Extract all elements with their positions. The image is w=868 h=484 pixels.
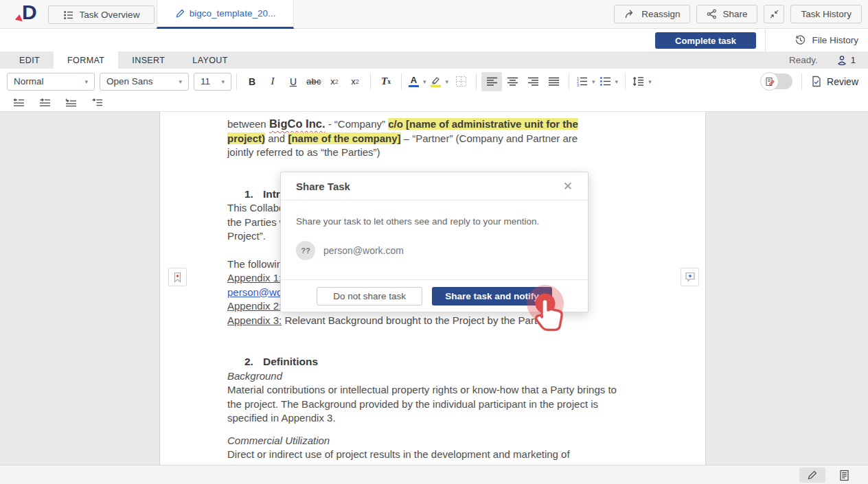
- bullet-list-button[interactable]: ▾: [597, 72, 621, 91]
- align-justify-button[interactable]: [543, 72, 564, 91]
- recipient-email: person@work.com: [323, 245, 404, 256]
- chevron-down-icon: ▾: [446, 78, 449, 85]
- text-line: specified in Appendix 3.: [227, 411, 639, 426]
- avatar: ??: [296, 241, 315, 260]
- align-justify-icon: [548, 77, 560, 87]
- text-run: - “Company”: [325, 118, 388, 130]
- align-right-button[interactable]: [523, 72, 543, 91]
- highlight-color-button[interactable]: ▾: [429, 72, 451, 91]
- share-network-icon: [707, 9, 717, 19]
- modal-footer: Do not share task Share task and notify: [281, 279, 588, 312]
- modal-message: Share your task to let others see and re…: [296, 216, 573, 227]
- task-history-label: Task History: [801, 9, 852, 19]
- font-color-button[interactable]: A ▾: [407, 72, 429, 91]
- company-name: BigCo Inc.: [269, 117, 326, 130]
- strikethrough-glyph: abc: [306, 77, 321, 87]
- document-tab[interactable]: bigco_template_20...: [157, 0, 294, 29]
- menu-format[interactable]: FORMAT: [54, 51, 118, 69]
- subscript-button[interactable]: x2: [345, 72, 365, 91]
- share-task-modal: Share Task ✕ Share your task to let othe…: [280, 172, 589, 312]
- menu-layout[interactable]: LAYOUT: [179, 51, 242, 69]
- review-button[interactable]: Review: [811, 76, 858, 87]
- file-history-button[interactable]: File History: [795, 32, 858, 49]
- toolbar-divider: [476, 73, 477, 90]
- align-center-icon: [507, 77, 518, 87]
- line-spacing-icon: [632, 76, 644, 87]
- bookmark-plus-icon: [172, 272, 183, 283]
- appendix-3-link: Appendix 3:: [227, 314, 282, 326]
- brand-logo[interactable]: D: [15, 3, 43, 25]
- top-tab-bar: D Task Overview bigco_template_20... Rea…: [0, 0, 868, 29]
- paragraph-style-value: Normal: [14, 76, 44, 87]
- text-run: – “Partner” (Company and Partner are: [401, 132, 578, 144]
- highlighted-placeholder: [name of the company]: [288, 132, 400, 144]
- underline-glyph: U: [290, 76, 297, 87]
- active-users[interactable]: 1: [836, 55, 856, 65]
- hanging-indent-icon: [65, 98, 77, 107]
- active-users-count: 1: [851, 55, 856, 65]
- font-size-select[interactable]: 11▾: [194, 73, 231, 91]
- chevron-down-icon: ▾: [179, 78, 182, 85]
- numbered-list-button[interactable]: 123 ▾: [574, 72, 597, 91]
- highlighted-placeholder: project): [227, 132, 265, 144]
- toolbar-divider: [801, 73, 802, 90]
- bold-button[interactable]: B: [242, 72, 262, 91]
- line-spacing-button[interactable]: ▾: [630, 72, 654, 91]
- menu-edit[interactable]: EDIT: [5, 51, 54, 69]
- heading-title: Definitions: [263, 356, 318, 367]
- collapse-view-button[interactable]: [764, 5, 784, 23]
- add-comment-button[interactable]: [681, 268, 699, 286]
- font-family-select[interactable]: Open Sans▾: [100, 73, 189, 91]
- toolbar-divider: [569, 73, 569, 90]
- add-bookmark-button[interactable]: [168, 268, 187, 286]
- share-button[interactable]: Share: [696, 5, 757, 23]
- align-center-button[interactable]: [502, 72, 523, 91]
- superscript-button[interactable]: x2: [324, 72, 345, 91]
- chevron-down-icon: ▾: [221, 78, 225, 85]
- clear-formatting-button[interactable]: Tx: [376, 72, 396, 91]
- complete-task-button[interactable]: Complete task: [655, 32, 756, 49]
- close-icon[interactable]: ✕: [563, 181, 573, 192]
- brand-logo-letter: D: [22, 1, 36, 24]
- heading-number: 2.: [244, 355, 253, 369]
- reassign-button[interactable]: Reassign: [614, 5, 690, 23]
- user-icon: [836, 55, 847, 65]
- strikethrough-button[interactable]: abc: [304, 72, 324, 91]
- recipient-row: ?? person@work.com: [296, 241, 573, 260]
- chevron-down-icon: ▾: [423, 78, 426, 85]
- document-view-button[interactable]: [834, 468, 854, 483]
- reassign-label: Reassign: [641, 9, 680, 19]
- underline-button[interactable]: U: [283, 72, 304, 91]
- text-line: Direct or indirect use of project result…: [227, 448, 639, 462]
- first-line-indent-button[interactable]: [87, 95, 107, 111]
- edit-mode-button[interactable]: [799, 468, 825, 483]
- first-line-indent-icon: [91, 98, 103, 107]
- indent-icon: [38, 98, 51, 107]
- definition-term: Background: [227, 369, 639, 384]
- track-changes-toggle[interactable]: [761, 73, 792, 89]
- hanging-indent-button[interactable]: [60, 95, 81, 111]
- align-left-button[interactable]: [481, 72, 502, 91]
- borders-button[interactable]: [450, 72, 471, 91]
- text-line: the project. The Background provided by …: [227, 397, 639, 412]
- track-changes-knob: [760, 72, 779, 91]
- chevron-down-icon: ▾: [648, 78, 652, 85]
- italic-button[interactable]: I: [262, 72, 283, 91]
- align-left-icon: [486, 77, 498, 87]
- menu-insert[interactable]: INSERT: [118, 51, 179, 69]
- chevron-down-icon: ▾: [592, 78, 595, 85]
- toolbar-divider: [401, 73, 402, 90]
- review-doc-icon: [811, 76, 822, 87]
- share-and-notify-button[interactable]: Share task and notify: [432, 287, 552, 306]
- numbered-list-icon: 123: [576, 76, 588, 87]
- decrease-indent-button[interactable]: [8, 95, 29, 111]
- comment-plus-icon: [685, 272, 696, 282]
- do-not-share-button[interactable]: Do not share task: [317, 287, 422, 306]
- clear-formatting-glyph: T: [381, 76, 387, 87]
- task-overview-button[interactable]: Task Overview: [48, 5, 155, 24]
- task-history-button[interactable]: Task History: [790, 5, 862, 23]
- font-family-value: Open Sans: [106, 76, 153, 87]
- increase-indent-button[interactable]: [34, 95, 55, 111]
- paragraph-style-select[interactable]: Normal▾: [7, 73, 95, 91]
- review-label: Review: [827, 76, 858, 87]
